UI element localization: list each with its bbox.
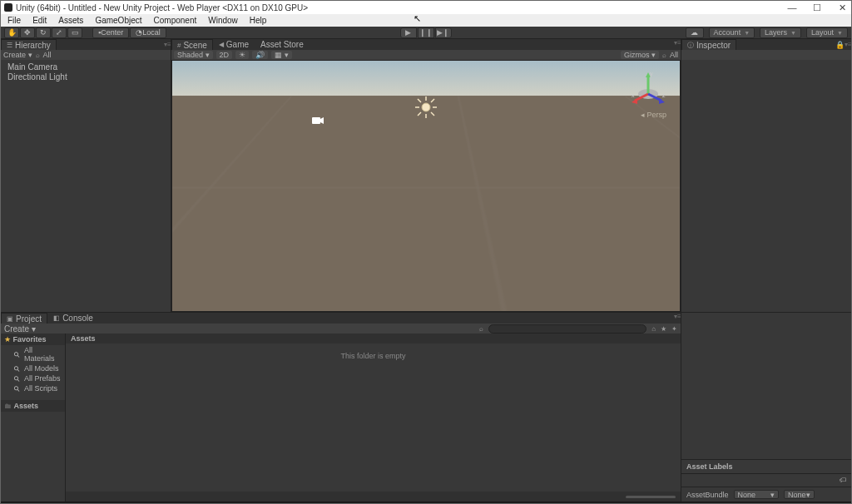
pause-button[interactable]: ❙❙ — [418, 27, 434, 38]
star-icon: ★ — [4, 335, 11, 343]
search-icon: ⌕ — [36, 52, 40, 59]
svg-line-6 — [431, 112, 434, 116]
favorite-all-materials[interactable]: ⚲All Materials — [1, 345, 65, 363]
hierarchy-create-button[interactable]: Create ▾ — [3, 51, 32, 59]
favorite-all-prefabs[interactable]: ⚲All Prefabs — [1, 373, 65, 383]
project-create-button[interactable]: Create ▾ — [4, 324, 36, 334]
svg-marker-16 — [659, 98, 665, 104]
menu-assets[interactable]: Assets — [53, 16, 88, 25]
folder-icon: 🖿 — [4, 402, 12, 410]
console-tab[interactable]: ◧ Console — [47, 313, 99, 324]
scene-viewport[interactable]: x y z ◂ Persp — [171, 60, 681, 312]
project-tab[interactable]: ▣ Project — [1, 313, 47, 324]
play-button[interactable]: ▶ — [400, 27, 417, 38]
gizmos-dropdown[interactable]: Gizmos ▾ — [621, 51, 659, 59]
projection-label[interactable]: ◂ Persp — [641, 111, 666, 119]
assetbundle-name-dropdown[interactable]: None ▾ — [734, 490, 780, 499]
scene-search-all[interactable]: All — [670, 51, 678, 59]
hierarchy-item-main-camera[interactable]: Main Camera — [7, 62, 164, 72]
empty-folder-label: This folder is empty — [340, 352, 405, 360]
hierarchy-options-button[interactable]: ▾≡ — [164, 41, 171, 48]
assetbundle-variant-dropdown[interactable]: None ▾ — [784, 490, 815, 499]
console-icon: ◧ — [53, 314, 60, 322]
search-icon: ⌕ — [662, 52, 666, 59]
maximize-button[interactable]: ☐ — [811, 2, 823, 13]
menu-window[interactable]: Window — [203, 16, 243, 25]
project-tree: ★ Favorites ⚲All Materials ⚲All Models ⚲… — [1, 334, 66, 502]
project-content-area[interactable]: This folder is empty — [66, 343, 681, 492]
assets-folder[interactable]: 🖿 Assets — [1, 400, 65, 412]
tag-icon[interactable]: 🏷 — [840, 477, 846, 484]
filter-icon[interactable]: ⌂ — [651, 325, 656, 333]
inspector-tab[interactable]: ⓘ Inspector — [681, 39, 736, 50]
hierarchy-tab[interactable]: ☰ Hierarchy — [1, 39, 57, 50]
orientation-gizmo[interactable]: x y z — [630, 71, 666, 107]
pivot-toggle-button[interactable]: ▪ Center — [92, 27, 129, 38]
favorites-header[interactable]: ★ Favorites — [1, 334, 65, 345]
shading-mode-dropdown[interactable]: Shaded ▾ — [174, 51, 213, 59]
svg-line-7 — [431, 99, 434, 102]
center-panel: # Scene ◀ Game Asset Store ▾≡ Shaded ▾ 2… — [171, 39, 681, 312]
unity-logo-icon — [4, 3, 12, 12]
viewport-ground — [172, 96, 680, 311]
menu-component[interactable]: Component — [149, 16, 202, 25]
svg-line-8 — [418, 112, 421, 116]
project-panel: ▣ Project ◧ Console ▾≡ Create ▾ ⌕ ⌂ ★ ✦ … — [1, 312, 681, 502]
layout-dropdown[interactable]: Layout▼ — [806, 27, 848, 38]
project-breadcrumb[interactable]: Assets — [66, 334, 681, 343]
search-icon: ⚲ — [12, 373, 22, 383]
assetbundle-label: AssetBundle — [686, 491, 729, 499]
axis-y-label: y — [650, 71, 653, 77]
info-icon: ⓘ — [687, 41, 694, 50]
layers-dropdown[interactable]: Layers▼ — [760, 27, 801, 38]
account-dropdown[interactable]: Account▼ — [709, 27, 755, 38]
center-options-button[interactable]: ▾≡ — [674, 39, 681, 50]
project-footer — [66, 492, 681, 502]
scale-tool-button[interactable]: ⤢ — [52, 27, 67, 38]
2d-toggle-button[interactable]: 2D — [216, 51, 233, 59]
lighting-toggle-button[interactable]: ☀ — [235, 51, 249, 59]
favorite-all-scripts[interactable]: ⚲All Scripts — [1, 383, 65, 393]
audio-toggle-button[interactable]: 🔊 — [252, 51, 268, 59]
menu-edit[interactable]: Edit — [27, 16, 52, 25]
inspector-panel: ⓘ Inspector 🔒 ▾≡ — [681, 39, 851, 312]
directional-light-gizmo[interactable] — [414, 96, 438, 119]
project-search-input[interactable] — [488, 324, 646, 334]
asset-labels-label: Asset Labels — [686, 462, 733, 471]
hand-tool-button[interactable]: ✋ — [4, 27, 19, 38]
favorite-icon[interactable]: ★ — [661, 325, 666, 333]
project-options-button[interactable]: ▾≡ — [674, 313, 681, 324]
menu-help[interactable]: Help — [245, 16, 272, 25]
effects-dropdown[interactable]: ▦ ▾ — [271, 51, 292, 59]
save-search-icon[interactable]: ✦ — [671, 325, 677, 333]
search-icon: ⚲ — [12, 349, 22, 359]
asset-labels-section: Asset Labels — [681, 459, 851, 473]
minimize-button[interactable]: — — [786, 2, 798, 12]
scene-tab[interactable]: # Scene — [171, 39, 213, 50]
asset-store-tab[interactable]: Asset Store — [255, 39, 310, 50]
menu-gameobject[interactable]: GameObject — [90, 16, 146, 25]
hierarchy-item-directional-light[interactable]: Directional Light — [7, 72, 164, 82]
favorite-all-models[interactable]: ⚲All Models — [1, 363, 65, 373]
svg-line-5 — [418, 99, 421, 102]
handle-space-button[interactable]: ◔ Local — [130, 27, 166, 38]
inspector-options-button[interactable]: ▾≡ — [845, 41, 851, 48]
move-tool-button[interactable]: ✥ — [20, 27, 35, 38]
camera-gizmo[interactable] — [311, 116, 324, 128]
hierarchy-search-all[interactable]: All — [43, 51, 52, 59]
lock-icon[interactable]: 🔒 — [835, 41, 845, 49]
thumbnail-size-slider[interactable] — [626, 496, 676, 498]
window-title: Unity (64bit) - Untitled - New Unity Pro… — [16, 3, 308, 12]
menu-file[interactable]: File — [2, 16, 26, 25]
close-button[interactable]: ✕ — [836, 2, 848, 13]
search-icon: ⚲ — [12, 363, 22, 373]
viewport-sky — [172, 61, 680, 96]
mouse-cursor: ↖ — [414, 13, 421, 24]
rect-tool-button[interactable]: ▭ — [67, 27, 82, 38]
step-button[interactable]: ▶❙ — [435, 27, 452, 38]
cloud-button[interactable]: ☁ — [686, 27, 704, 38]
game-tab[interactable]: ◀ Game — [213, 39, 255, 50]
axis-z-label: z — [662, 92, 666, 98]
window-titlebar: Unity (64bit) - Untitled - New Unity Pro… — [1, 1, 851, 14]
rotate-tool-button[interactable]: ↻ — [36, 27, 51, 38]
